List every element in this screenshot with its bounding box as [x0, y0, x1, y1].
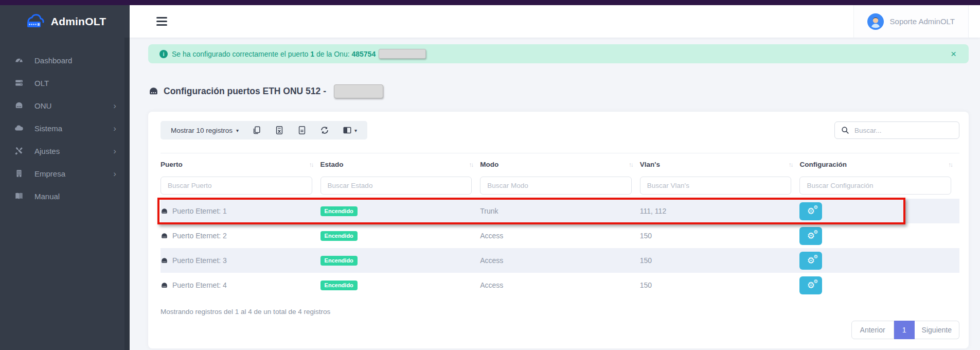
sidebar-item-sistema[interactable]: Sistema › — [0, 117, 130, 139]
table-row: Puerto Eternet: 3 Encendido Access 150 ⚙… — [161, 248, 959, 273]
pagination-next-button[interactable]: Siguiente — [915, 321, 959, 339]
sidebar-nav: Dashboard OLT ONU › — [0, 38, 130, 207]
table-info-text: Mostrando registros del 1 al 4 de un tot… — [161, 308, 959, 316]
table-search — [834, 121, 959, 139]
topbar: Soporte AdminOLT — [130, 5, 980, 38]
content-area: i Se ha configurado correctamente el pue… — [130, 38, 980, 350]
tools-icon — [14, 146, 28, 155]
gears-icon: ⚙ — [813, 205, 818, 210]
port-icon — [161, 232, 168, 240]
file-export-button[interactable] — [297, 126, 307, 135]
sort-icon: ↑↓ — [789, 162, 793, 168]
toolbar-pill: Mostrar 10 registros ▾ — [161, 121, 367, 139]
copy-button[interactable] — [252, 126, 261, 135]
column-header-estado[interactable]: Estado↑↓ — [320, 161, 480, 168]
gauge-icon — [14, 56, 28, 65]
excel-export-button[interactable] — [275, 126, 284, 135]
sort-icon: ↑↓ — [309, 162, 313, 168]
page-title: Configuración puertos ETH ONU 512 - — [164, 86, 326, 97]
port-label: Puerto Eternet: 2 — [172, 232, 227, 240]
pagination-page-1-button[interactable]: 1 — [894, 321, 915, 339]
sidebar: AdminOLT Dashboard OLT — [0, 5, 130, 350]
vlans-value: 150 — [640, 232, 800, 240]
table-toolbar: Mostrar 10 registros ▾ — [161, 121, 959, 139]
user-label: Soporte AdminOLT — [890, 17, 955, 26]
table-header-row: Puerto↑↓ Estado↑↓ Modo↑↓ Vlan's↑↓ Config… — [161, 153, 959, 176]
column-visibility-button[interactable]: ▾ — [343, 126, 357, 135]
table-row: Puerto Eternet: 2 Encendido Access 150 ⚙… — [161, 223, 959, 248]
port-icon — [161, 207, 168, 215]
sidebar-item-olt[interactable]: OLT — [0, 72, 130, 94]
gears-icon: ⚙ — [813, 254, 818, 259]
port-label: Puerto Eternet: 4 — [172, 281, 227, 289]
refresh-button[interactable] — [320, 126, 329, 135]
browser-theme-strip — [0, 0, 980, 5]
vlans-value: 150 — [640, 256, 800, 265]
filter-configuracion-input[interactable] — [799, 177, 951, 195]
table-row: Puerto Eternet: 1 Encendido Trunk 111, 1… — [161, 199, 959, 223]
table-filter-row — [161, 176, 959, 199]
onu-device-icon — [14, 101, 28, 110]
sidebar-item-onu[interactable]: ONU › — [0, 94, 130, 117]
user-menu[interactable]: Soporte AdminOLT — [853, 5, 969, 38]
book-icon — [14, 191, 28, 201]
sidebar-item-dashboard[interactable]: Dashboard — [0, 49, 130, 72]
cloud-icon — [14, 124, 28, 133]
redacted-onu-name — [334, 84, 383, 98]
success-alert: i Se ha configurado correctamente el pue… — [148, 44, 969, 63]
filter-estado-input[interactable] — [320, 177, 472, 195]
sidebar-item-ajustes[interactable]: Ajustes › — [0, 139, 130, 162]
status-badge: Encendido — [320, 231, 358, 241]
filter-modo-input[interactable] — [480, 177, 632, 195]
info-icon: i — [159, 50, 168, 58]
sidebar-item-manual[interactable]: Manual — [0, 185, 130, 207]
chevron-right-icon: › — [113, 169, 116, 178]
status-badge: Encendido — [320, 206, 358, 216]
menu-toggle-button[interactable] — [153, 14, 170, 29]
filter-vlans-input[interactable] — [640, 177, 792, 195]
search-input[interactable] — [854, 127, 953, 134]
cloud-logo-icon — [24, 14, 46, 29]
sidebar-edge-shadow — [124, 38, 130, 350]
pagination-prev-button[interactable]: Anterior — [851, 321, 894, 339]
vlans-value: 150 — [640, 281, 800, 289]
configure-port-button[interactable]: ⚙⚙ — [799, 227, 822, 245]
close-icon[interactable]: × — [950, 49, 957, 59]
status-badge: Encendido — [320, 256, 358, 266]
server-icon — [148, 86, 159, 97]
chevron-right-icon: › — [113, 124, 116, 133]
mode-value: Access — [480, 281, 640, 289]
pagination: Anterior 1 Siguiente — [161, 321, 959, 339]
port-icon — [161, 257, 168, 265]
chevron-right-icon: › — [113, 101, 116, 110]
configure-port-button[interactable]: ⚙⚙ — [799, 202, 822, 220]
column-header-configuracion[interactable]: Configuración↑↓ — [799, 161, 959, 168]
sort-icon: ↑↓ — [949, 162, 953, 168]
app-screen: AdminOLT Dashboard OLT — [0, 0, 980, 350]
column-header-vlans[interactable]: Vlan's↑↓ — [640, 161, 800, 168]
sidebar-item-empresa[interactable]: Empresa › — [0, 162, 130, 185]
caret-down-icon: ▾ — [236, 128, 239, 133]
column-header-modo[interactable]: Modo↑↓ — [480, 161, 640, 168]
logo[interactable]: AdminOLT — [0, 5, 130, 38]
mode-value: Access — [480, 256, 640, 265]
chevron-right-icon: › — [113, 147, 116, 155]
status-badge: Encendido — [320, 281, 358, 290]
sort-icon: ↑↓ — [629, 162, 633, 168]
page-title-row: Configuración puertos ETH ONU 512 - — [148, 84, 969, 98]
column-header-puerto[interactable]: Puerto↑↓ — [161, 161, 320, 168]
filter-puerto-input[interactable] — [161, 177, 312, 195]
mode-value: Access — [480, 232, 640, 240]
table-card: Mostrar 10 registros ▾ — [148, 112, 969, 348]
mode-value: Trunk — [480, 207, 640, 215]
configure-port-button[interactable]: ⚙⚙ — [799, 252, 822, 270]
logo-text: AdminOLT — [51, 15, 106, 28]
server-stack-icon — [14, 78, 28, 87]
search-icon — [841, 126, 849, 134]
alert-message: Se ha configurado correctamente el puert… — [172, 50, 376, 58]
page-length-select[interactable]: Mostrar 10 registros ▾ — [171, 127, 239, 134]
avatar — [867, 13, 884, 30]
caret-down-icon: ▾ — [354, 128, 357, 133]
port-label: Puerto Eternet: 3 — [172, 256, 227, 265]
configure-port-button[interactable]: ⚙⚙ — [799, 276, 822, 294]
